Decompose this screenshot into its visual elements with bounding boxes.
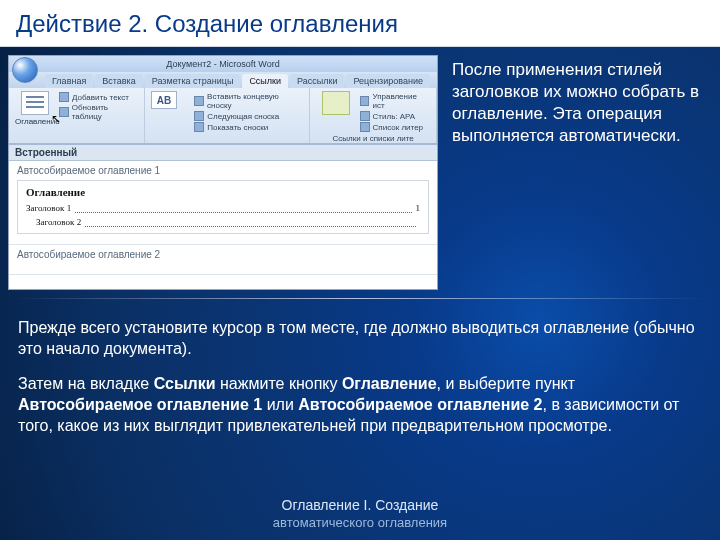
plus-icon [59,92,69,102]
gallery-item-title: Автособираемое оглавление 1 [17,165,429,176]
refresh-icon [59,107,69,117]
slide-footer: Оглавление I. Создание автоматического о… [0,496,720,532]
gallery-item-title: Автособираемое оглавление 2 [17,249,429,260]
toc-gallery: Встроенный Автособираемое оглавление 1 О… [9,144,437,290]
tab-home[interactable]: Главная [45,74,93,88]
next-icon [194,111,204,121]
bibliography-button[interactable]: Список литер [360,122,430,132]
biblio-icon [360,122,370,132]
manage-icon [360,96,370,106]
show-footnotes-button[interactable]: Показать сноски [194,122,303,132]
book-icon [322,91,350,115]
style-icon [360,111,370,121]
tab-insert[interactable]: Вставка [95,74,142,88]
gallery-item-auto1[interactable]: Автособираемое оглавление 1 Оглавление З… [9,161,437,245]
tab-layout[interactable]: Разметка страницы [145,74,241,88]
ribbon-group-footnotes: AB Вставить концевую сноску Следующая сн… [145,88,310,143]
toc-icon [21,91,49,115]
word-screenshot: Документ2 - Microsoft Word Главная Встав… [8,55,438,290]
footer-line-2: автоматического оглавления [0,514,720,532]
footer-line-1: Оглавление I. Создание [0,496,720,514]
gallery-item-preview: Оглавление Заголовок 11 Заголовок 2 [17,180,429,234]
insert-footnote-button[interactable]: AB [151,91,190,109]
toc-button-label: Оглавление [15,117,60,126]
body-text: Прежде всего установите курсор в том мес… [0,299,720,436]
tab-references[interactable]: Ссылки [242,74,288,88]
tab-mailings[interactable]: Рассылки [290,74,344,88]
show-icon [194,122,204,132]
ribbon-group-toc: Оглавление Добавить текст Обновить табли… [9,88,145,143]
style-button[interactable]: Стиль: APA [360,111,430,121]
paragraph-2: Затем на вкладке Ссылки нажмите кнопку О… [18,373,702,436]
toc-button[interactable]: Оглавление [15,91,55,126]
gallery-item-auto2[interactable]: Автособираемое оглавление 2 [9,245,437,275]
gallery-section-header: Встроенный [9,145,437,161]
insert-citation-button[interactable] [316,91,355,117]
office-orb-icon [12,57,38,83]
slide-title: Действие 2. Создание оглавления [0,0,720,47]
ribbon: Оглавление Добавить текст Обновить табли… [9,88,437,144]
ribbon-group-citations: Управление ист Стиль: APA Список литер С… [310,88,437,143]
ab-icon: AB [151,91,177,109]
ribbon-tabs: Главная Вставка Разметка страницы Ссылки… [9,72,437,88]
manage-sources-button[interactable]: Управление ист [360,92,430,110]
endnote-icon [194,96,204,106]
add-text-button[interactable]: Добавить текст [59,92,138,102]
insert-endnote-button[interactable]: Вставить концевую сноску [194,92,303,110]
window-titlebar: Документ2 - Microsoft Word [9,56,437,72]
next-footnote-button[interactable]: Следующая сноска [194,111,303,121]
side-description: После применения стилей заголовков их мо… [452,55,704,290]
group-label-citations: Ссылки и списки лите [316,134,430,143]
update-table-button[interactable]: Обновить таблицу [59,103,138,121]
tab-review[interactable]: Рецензирование [346,74,430,88]
paragraph-1: Прежде всего установите курсор в том мес… [18,317,702,359]
